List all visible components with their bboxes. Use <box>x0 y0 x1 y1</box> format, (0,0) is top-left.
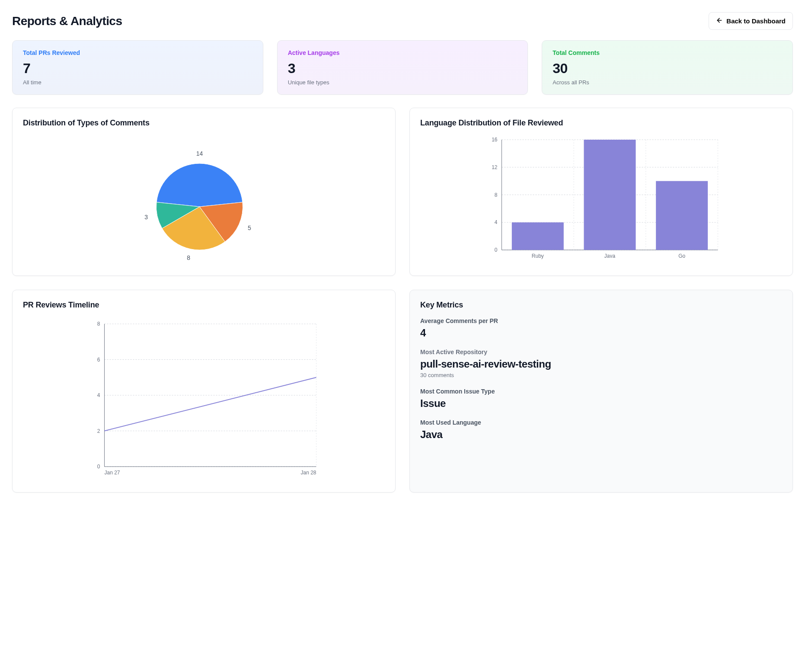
metric-note: 30 comments <box>420 372 782 378</box>
card-title: Language Distribution of File Reviewed <box>420 118 782 128</box>
stat-card-total-prs: Total PRs Reviewed 7 All time <box>12 40 263 95</box>
stat-label: Total Comments <box>553 49 782 56</box>
svg-text:Go: Go <box>678 253 685 259</box>
metric-label: Most Used Language <box>420 419 782 426</box>
metric-value: Issue <box>420 397 782 410</box>
stat-value: 3 <box>288 61 518 77</box>
metric-most-active-repo: Most Active Repository pull-sense-ai-rev… <box>420 349 782 378</box>
svg-text:Jan 27: Jan 27 <box>105 470 120 476</box>
page-title: Reports & Analytics <box>12 14 122 28</box>
svg-text:6: 6 <box>97 357 100 363</box>
svg-text:14: 14 <box>196 150 203 157</box>
svg-text:Ruby: Ruby <box>532 253 544 259</box>
metric-value: Java <box>420 429 782 441</box>
language-bar-chart: 0481216RubyJavaGo <box>420 135 782 265</box>
svg-text:4: 4 <box>97 392 100 398</box>
svg-text:8: 8 <box>97 321 100 327</box>
svg-rect-18 <box>512 222 564 250</box>
metric-value: pull-sense-ai-review-testing <box>420 358 782 370</box>
arrow-left-icon <box>716 17 723 25</box>
metric-label: Most Active Repository <box>420 349 782 355</box>
stat-value: 30 <box>553 61 782 77</box>
metric-most-used-language: Most Used Language Java <box>420 419 782 441</box>
pr-timeline-card: PR Reviews Timeline 02468Jan 27Jan 28 <box>12 290 396 493</box>
language-distribution-card: Language Distribution of File Reviewed 0… <box>409 108 793 276</box>
svg-text:16: 16 <box>492 137 498 143</box>
comment-types-pie-chart: 14583 <box>23 135 385 265</box>
svg-text:3: 3 <box>144 214 148 221</box>
metric-most-common-issue: Most Common Issue Type Issue <box>420 388 782 410</box>
stats-row: Total PRs Reviewed 7 All time Active Lan… <box>12 40 793 95</box>
svg-text:8: 8 <box>495 192 498 198</box>
svg-text:4: 4 <box>495 219 498 225</box>
stat-label: Total PRs Reviewed <box>23 49 252 56</box>
metric-label: Average Comments per PR <box>420 317 782 324</box>
key-metrics-card: Key Metrics Average Comments per PR 4 Mo… <box>409 290 793 493</box>
svg-text:0: 0 <box>495 247 498 253</box>
svg-text:0: 0 <box>97 464 100 470</box>
svg-rect-24 <box>656 181 708 250</box>
svg-text:2: 2 <box>97 428 100 434</box>
svg-text:Java: Java <box>604 253 616 259</box>
svg-text:5: 5 <box>248 224 251 231</box>
stat-card-total-comments: Total Comments 30 Across all PRs <box>542 40 793 95</box>
pr-timeline-line-chart: 02468Jan 27Jan 28 <box>23 317 385 482</box>
svg-text:8: 8 <box>187 254 190 261</box>
back-to-dashboard-button[interactable]: Back to Dashboard <box>709 12 793 30</box>
card-title: PR Reviews Timeline <box>23 301 385 310</box>
svg-text:12: 12 <box>492 164 498 170</box>
stat-sub: Across all PRs <box>553 79 782 86</box>
svg-rect-21 <box>584 140 636 250</box>
card-title: Distribution of Types of Comments <box>23 118 385 128</box>
metric-label: Most Common Issue Type <box>420 388 782 395</box>
stat-sub: All time <box>23 79 252 86</box>
stat-card-active-languages: Active Languages 3 Unique file types <box>277 40 528 95</box>
stat-value: 7 <box>23 61 252 77</box>
svg-text:Jan 28: Jan 28 <box>300 470 316 476</box>
metric-avg-comments: Average Comments per PR 4 <box>420 317 782 339</box>
stat-label: Active Languages <box>288 49 518 56</box>
back-button-label: Back to Dashboard <box>726 17 786 25</box>
comment-types-card: Distribution of Types of Comments 14583 <box>12 108 396 276</box>
metric-value: 4 <box>420 327 782 339</box>
card-title: Key Metrics <box>420 301 782 310</box>
stat-sub: Unique file types <box>288 79 518 86</box>
